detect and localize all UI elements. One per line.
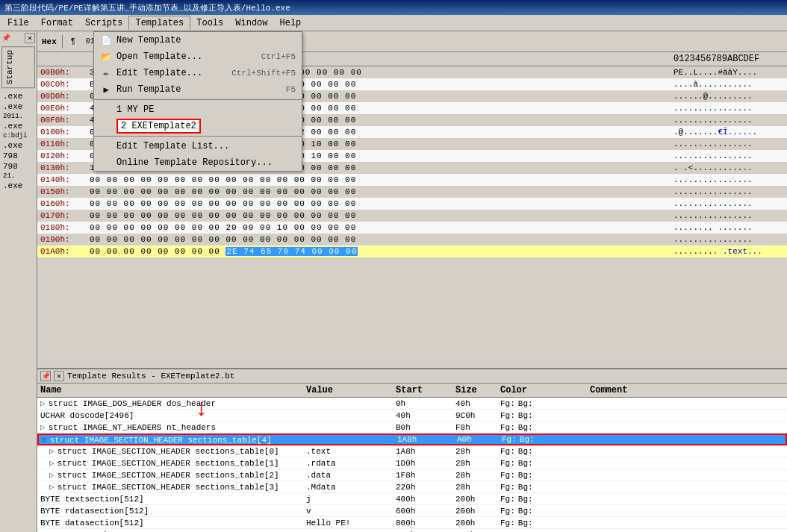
expand-icon[interactable]: ▷ [40,422,46,432]
fg-label: Fg: [500,411,515,420]
col-header-comment: Comment [590,385,739,395]
fg-label: Fg: [500,423,515,432]
table-row[interactable]: ▷struct IMAGE_DOS_HEADER dos_header 0h 4… [37,398,787,410]
table-row[interactable]: ▷struct IMAGE_SECTION_HEADER sections_ta… [37,481,787,493]
bg-label: Bg: [518,519,533,528]
bg-label: Bg: [518,399,533,408]
title-text: 第三阶段代码/PE/PE详解第五讲_手动添加节表_以及修正导入表/Hello.e… [4,2,290,13]
toolbar-separator-1 [62,35,63,48]
fg-label: Fg: [500,495,515,504]
table-row-selected[interactable]: ▽struct IMAGE_SECTION_HEADER sections_ta… [37,434,787,445]
table-row[interactable]: BYTE rdatasection[512] v 600h 200h Fg:Bg… [37,505,787,517]
table-row[interactable]: ▷struct section 800h 200h Fg:Bg: [37,529,787,532]
col-header-start: Start [396,385,455,395]
col-header-name: Name [37,385,306,395]
menu-window[interactable]: Window [229,16,273,30]
sidebar-item[interactable]: .exe [1,140,35,151]
dropdown-edit-list[interactable]: Edit Template List... [94,138,302,154]
hex-row: 0180h: 00 00 00 00 00 00 00 00 20 00 00 … [37,222,787,234]
expand-icon[interactable]: ▷ [49,458,55,468]
new-template-icon: 📄 [100,34,112,46]
hex-label: Hex [39,37,60,46]
menu-help[interactable]: Help [274,16,308,30]
sidebar-item[interactable]: 798 [1,161,35,172]
my-pe-icon [100,104,112,116]
dropdown-my-pe[interactable]: 1 MY PE [94,101,302,118]
dropdown-exe-template2[interactable]: 2 EXETemplate2 [94,118,302,134]
template-results-table[interactable]: ▷struct IMAGE_DOS_HEADER dos_header 0h 4… [37,398,787,532]
expand-icon[interactable]: ▷ [49,470,55,480]
menu-tools[interactable]: Tools [190,16,229,30]
table-header: Name Value Start Size Color Comment [37,384,787,398]
dropdown-new-template[interactable]: 📄 New Template [94,32,302,48]
bg-label: Bg: [518,507,533,516]
sidebar-item[interactable]: .exe [1,101,35,112]
menu-format[interactable]: Format [35,16,79,30]
col-header-value: Value [306,385,396,395]
hex-offset-header [37,54,90,64]
dropdown-edit-template[interactable]: ✏️ Edit Template... Ctrl+Shift+F5 [94,65,302,81]
bottom-panel: 📌 ✕ Template Results - EXETemplate2.bt N… [37,368,787,532]
hex-row: 0190h: 00 00 00 00 00 00 00 00 00 00 00 … [37,234,787,245]
panel-pin-btn[interactable]: 📌 [40,371,51,381]
bottom-panel-header: 📌 ✕ Template Results - EXETemplate2.bt [37,369,787,384]
ascii-header: 0123456789ABCDEF [668,54,787,64]
col-header-size: Size [455,385,500,395]
table-row[interactable]: ▷struct IMAGE_SECTION_HEADER sections_ta… [37,445,787,457]
menu-file[interactable]: File [1,16,35,30]
toolbar-btn-para[interactable]: ¶ [65,34,81,50]
panel-close-btn[interactable]: ✕ [54,371,64,381]
table-row[interactable]: ▷struct IMAGE_SECTION_HEADER sections_ta… [37,457,787,469]
hex-row: 0150h: 00 00 00 00 00 00 00 00 00 00 00 … [37,186,787,198]
fg-label: Fg: [500,507,515,516]
pin-icon: 📌 [1,34,10,43]
bg-label: Bg: [520,435,535,444]
expand-icon[interactable]: ▷ [49,482,55,492]
table-row[interactable]: BYTE datasection[512] Hello PE! 800h 200… [37,517,787,529]
table-row[interactable]: ▷struct IMAGE_NT_HEADERS nt_headers B0h … [37,422,787,434]
dropdown-online-repo[interactable]: Online Template Repository... [94,154,302,171]
sidebar-item[interactable]: 21. [1,172,35,181]
fg-label: Fg: [500,519,515,528]
panel-title: Template Results - EXETemplate2.bt [67,372,234,381]
sidebar-close[interactable]: ✕ [25,33,35,43]
expand-icon[interactable]: ▽ [42,435,47,445]
hex-row: 0160h: 00 00 00 00 00 00 00 00 00 00 00 … [37,198,787,210]
exe-template2-icon [100,120,112,132]
menu-templates[interactable]: Templates [128,16,190,30]
title-bar: 第三阶段代码/PE/PE详解第五讲_手动添加节表_以及修正导入表/Hello.e… [0,0,787,15]
run-template-icon: ▶ [100,84,112,96]
menu-bar: File Format Scripts Templates Tools Wind… [0,15,787,31]
online-repo-icon [100,157,112,169]
bg-label: Bg: [518,471,533,480]
col-header-color: Color [500,385,590,395]
fg-label: Fg: [500,447,515,456]
startup-tab[interactable]: Startup [1,46,35,88]
bg-label: Bg: [518,447,533,456]
fg-label: Fg: [502,435,517,444]
expand-icon[interactable]: ▷ [40,398,46,408]
table-row[interactable]: BYTE textsection[512] j 400h 200h Fg:Bg: [37,493,787,505]
table-row[interactable]: UCHAR doscode[2496] 40h 9C0h Fg:Bg: [37,410,787,422]
separator-1 [94,99,302,100]
edit-template-icon: ✏️ [100,67,112,79]
sidebar-items: .exe .exe 2011. .exe c:bdji .exe 798 798… [0,90,37,193]
sidebar-item[interactable]: .exe [1,181,35,191]
sidebar-item[interactable]: 2011. [1,112,35,121]
bg-label: Bg: [518,411,533,420]
separator-2 [94,136,302,137]
exe-template2-label: 2 EXETemplate2 [116,119,201,134]
fg-label: Fg: [500,471,515,480]
sidebar-item[interactable]: c:bdji [1,131,35,140]
sidebar-item[interactable]: .exe [1,91,35,101]
sidebar-item[interactable]: 798 [1,151,35,161]
dropdown-run-template[interactable]: ▶ Run Template F5 [94,81,302,98]
dropdown-open-template[interactable]: 📂 Open Template... Ctrl+F5 [94,48,302,65]
expand-icon[interactable]: ▷ [49,446,55,456]
open-template-icon: 📂 [100,51,112,63]
sidebar-item[interactable]: .exe [1,121,35,131]
table-row[interactable]: ▷struct IMAGE_SECTION_HEADER sections_ta… [37,469,787,481]
fg-label: Fg: [500,399,515,408]
menu-scripts[interactable]: Scripts [79,16,128,30]
bg-label: Bg: [518,423,533,432]
